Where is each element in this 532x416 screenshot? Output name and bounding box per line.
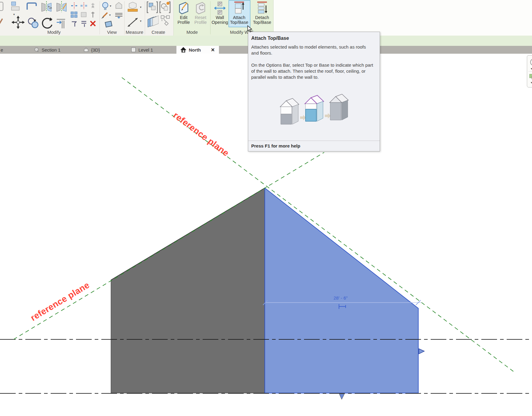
elevation-view-icon	[180, 47, 187, 53]
mirror-axis-icon[interactable]	[55, 1, 68, 12]
wall-left-half[interactable]	[111, 188, 265, 393]
linework-icon[interactable]	[115, 12, 123, 19]
tooltip-footer: Press F1 for more help	[248, 141, 380, 151]
view-tab-level-1[interactable]: Level 1	[131, 46, 153, 54]
tab-label: e	[1, 47, 3, 52]
move-icon[interactable]	[11, 16, 25, 29]
view-tab-north-active[interactable]: North ✕	[176, 46, 219, 54]
detach-top-base-button[interactable]: Detach Top/Base	[252, 1, 272, 25]
lightbulb-icon[interactable]	[102, 2, 109, 11]
mirror-pick-icon[interactable]	[40, 1, 52, 12]
create-similar-icon[interactable]	[159, 1, 171, 13]
paintbrush-icon[interactable]	[101, 12, 109, 19]
button-label: Profile	[177, 20, 190, 25]
steering-wheel-icon[interactable]	[530, 58, 532, 66]
split-element-icon[interactable]	[71, 2, 78, 9]
dropdown-caret[interactable]: ▾	[109, 13, 111, 17]
button-label: Opening	[212, 20, 228, 25]
aligned-dimension-icon[interactable]	[127, 16, 139, 28]
unpin-icon[interactable]	[89, 2, 97, 9]
panel-modify: Modify	[8, 0, 100, 36]
tab-label: {3D}	[91, 47, 100, 52]
array-icon[interactable]	[71, 11, 78, 18]
copy-icon[interactable]	[27, 17, 39, 28]
panel-view: ▾ ▾ View	[100, 0, 124, 36]
button-label: Top/Base	[253, 20, 271, 25]
wall-opening-icon	[213, 1, 226, 15]
tab-label: Level 1	[138, 47, 153, 52]
edit-profile-button[interactable]: Edit Profile	[174, 1, 193, 25]
measure-tape-icon[interactable]	[127, 2, 139, 14]
tab-label: Section 1	[42, 47, 61, 52]
detach-top-base-icon	[255, 1, 269, 15]
section-view-icon	[34, 47, 40, 52]
house-diagram-unattached	[280, 98, 299, 124]
wall-right-half-selected[interactable]	[265, 188, 418, 393]
split-with-gap-icon[interactable]	[80, 2, 87, 9]
zoom-icon[interactable]	[529, 73, 532, 80]
attach-illustration	[278, 92, 379, 129]
attach-top-base-tooltip: Attach Top/Base Attaches selected walls …	[248, 32, 380, 151]
revit-window: { "ribbon": { "panels": { "modify": "Mod…	[0, 0, 532, 416]
ribbon: ▾	[0, 0, 532, 36]
tooltip-description: Attaches selected walls to model element…	[251, 44, 374, 56]
dropdown-caret[interactable]: ▾	[531, 67, 532, 70]
wall-opening-button[interactable]: Wall Opening	[210, 1, 230, 25]
panel-measure: ▾ ▾ Measure	[124, 0, 145, 36]
dropdown-caret[interactable]: ▾	[110, 4, 111, 8]
hidden-elements-icon[interactable]	[115, 1, 123, 10]
arrow-right-icon	[325, 113, 331, 119]
navbar-divider	[528, 71, 532, 71]
clipped-icon	[0, 2, 4, 12]
dropdown-caret[interactable]: ▾	[140, 19, 141, 23]
cut-profile-icon[interactable]	[104, 19, 113, 28]
button-label: Top/Base	[230, 20, 248, 25]
button-label: Detach	[255, 15, 269, 20]
section-marker-down[interactable]	[339, 394, 344, 399]
panel-label-modify: Modify	[8, 30, 100, 35]
dropdown-caret[interactable]: ▾	[140, 5, 141, 9]
panel-label-create: Create	[145, 30, 172, 35]
house-diagram-selecting	[305, 95, 324, 121]
tab-label: North	[189, 47, 201, 52]
create-group-icon[interactable]	[147, 1, 158, 13]
button-label: Reset	[195, 15, 206, 20]
offset-icon[interactable]	[26, 2, 37, 11]
view-tab-clipped[interactable]: e	[1, 46, 3, 54]
align-icon[interactable]	[11, 1, 22, 11]
trim-extend-corner-icon[interactable]	[55, 16, 69, 29]
clipped-icon	[0, 17, 4, 27]
tooltip-title: Attach Top/Base	[251, 36, 289, 41]
elevation-marker-right[interactable]	[419, 349, 424, 354]
attach-top-base-button[interactable]: Attach Top/Base	[230, 1, 249, 25]
panel-mode: Edit Profile Reset Profile Mode	[174, 0, 210, 36]
panel-create: Create	[145, 0, 172, 36]
navigation-bar: ▾ ▾	[527, 55, 532, 87]
dropdown-caret[interactable]: ▾	[531, 81, 532, 84]
trim-single-icon[interactable]	[71, 20, 78, 27]
arrow-right-icon	[300, 115, 306, 120]
create-parts-icon[interactable]	[160, 15, 171, 27]
create-assembly-icon[interactable]	[147, 14, 159, 28]
delete-icon[interactable]	[89, 20, 97, 27]
tooltip-instructions: On the Options Bar, select Top or Base t…	[251, 62, 374, 80]
trim-multiple-icon[interactable]	[80, 20, 87, 27]
reset-profile-icon	[194, 1, 207, 15]
edit-profile-icon	[177, 1, 190, 15]
panel-label-view: View	[100, 30, 124, 35]
rotate-icon[interactable]	[41, 17, 53, 29]
tab-close-icon[interactable]: ✕	[211, 47, 215, 53]
attach-top-base-icon	[233, 1, 246, 15]
scale-icon[interactable]	[80, 11, 87, 18]
dimension-value[interactable]: 28' - 6"	[334, 295, 348, 300]
panel-label-measure: Measure	[124, 30, 145, 35]
button-label: Attach	[233, 15, 245, 20]
button-label: Profile	[194, 20, 207, 25]
button-label: Wall	[216, 15, 224, 20]
mouse-cursor	[247, 25, 254, 33]
panel-label-mode: Mode	[174, 30, 210, 35]
view-tab-3d[interactable]: {3D}	[83, 46, 100, 54]
view-tab-section-1[interactable]: Section 1	[34, 46, 61, 54]
pin-icon[interactable]	[89, 11, 97, 18]
panel-modify-wall: Wall Opening Attach Top/Base Detach T	[210, 0, 273, 36]
